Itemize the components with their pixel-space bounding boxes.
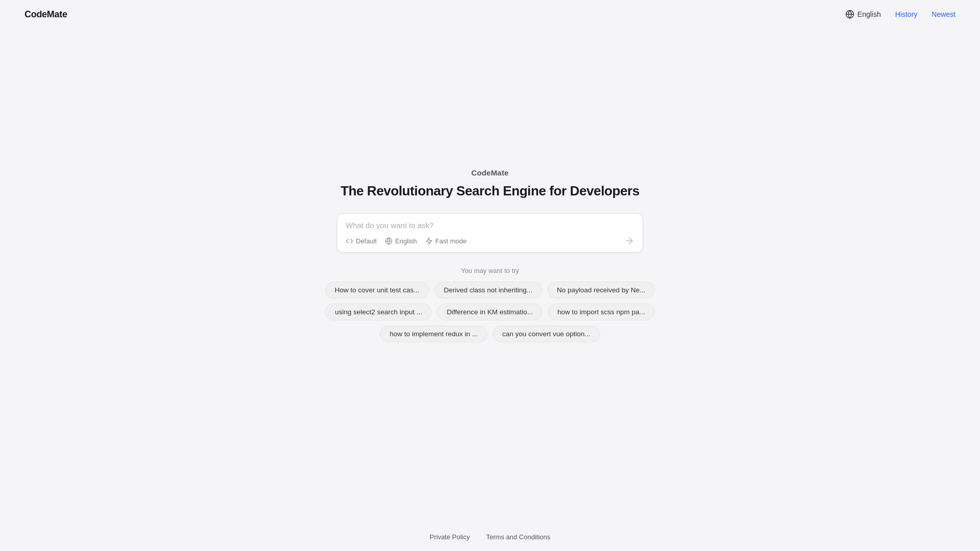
suggestion-chip[interactable]: How to cover unit test cas...: [325, 282, 429, 298]
search-options: Default English Fast mode: [346, 237, 467, 245]
search-box: Default English Fast mode: [337, 213, 643, 253]
brand-name: CodeMate: [471, 168, 508, 177]
arrow-right-icon: [624, 236, 634, 246]
language-option[interactable]: English: [385, 237, 417, 245]
globe-small-icon: [385, 237, 393, 245]
code-icon: [346, 237, 353, 245]
globe-icon: [845, 10, 854, 19]
suggestions-row-1: How to cover unit test cas... Derived cl…: [325, 282, 655, 298]
fastmode-option[interactable]: Fast mode: [425, 237, 467, 245]
header: CodeMate English History Newest: [0, 0, 980, 29]
suggestion-chip[interactable]: how to import scss npm pa...: [548, 304, 655, 320]
suggestion-chip[interactable]: Derived class not inheriting...: [434, 282, 542, 298]
main-content: CodeMate The Revolutionary Search Engine…: [0, 29, 980, 523]
tagline: The Revolutionary Search Engine for Deve…: [340, 183, 640, 199]
suggestion-chip[interactable]: No payload received by Ne...: [547, 282, 655, 298]
default-option[interactable]: Default: [346, 237, 377, 245]
search-input[interactable]: [346, 221, 634, 230]
suggestion-chip[interactable]: can you convert vue option...: [493, 325, 600, 342]
terms-link[interactable]: Terms and Conditions: [486, 533, 551, 541]
default-label: Default: [356, 237, 377, 245]
privacy-policy-link[interactable]: Private Policy: [430, 533, 470, 541]
suggestion-chip[interactable]: how to implement redux in ...: [380, 325, 487, 342]
fastmode-icon: [425, 237, 433, 245]
newest-link[interactable]: Newest: [932, 10, 955, 18]
suggestion-chip[interactable]: Difference in KM estimatio...: [437, 304, 543, 320]
search-submit-button[interactable]: [624, 236, 634, 246]
fastmode-label: Fast mode: [435, 237, 467, 245]
suggestions-row-2: using select2 search input ... Differenc…: [325, 304, 655, 320]
language-label: English: [857, 10, 881, 18]
language-option-label: English: [395, 237, 417, 245]
suggestions-row-3: how to implement redux in ... can you co…: [380, 325, 600, 342]
suggestion-chip[interactable]: using select2 search input ...: [325, 304, 432, 320]
suggestions-label: You may want to try: [461, 267, 519, 274]
language-selector[interactable]: English: [845, 10, 881, 19]
header-nav: English History Newest: [845, 10, 955, 19]
suggestions-grid: How to cover unit test cas... Derived cl…: [325, 282, 655, 342]
logo: CodeMate: [24, 9, 67, 20]
footer: Private Policy Terms and Conditions: [0, 523, 980, 551]
history-link[interactable]: History: [895, 10, 918, 18]
search-footer: Default English Fast mode: [346, 236, 634, 246]
